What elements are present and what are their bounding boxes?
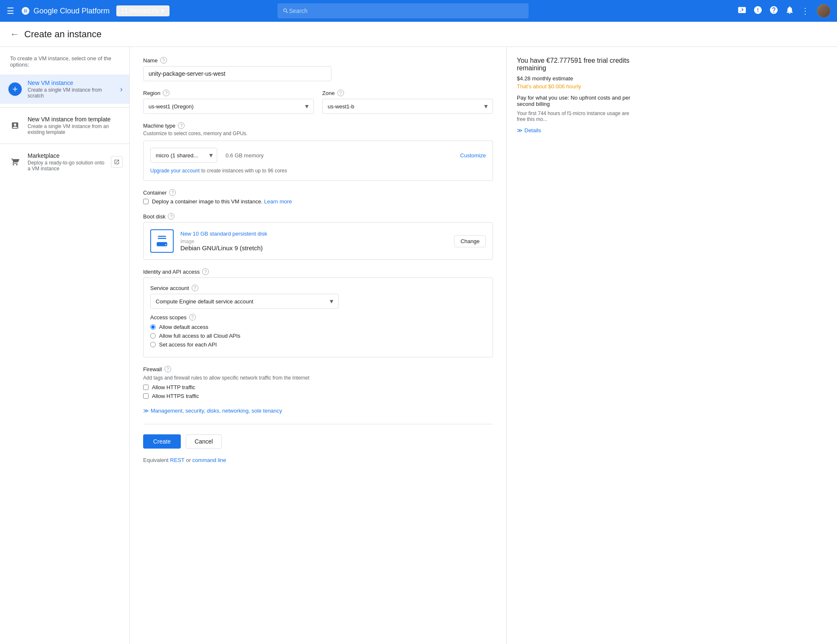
scope-full-radio[interactable] (150, 333, 156, 339)
top-navigation: ☰ Google Cloud Platform PROJECTS ▼ ⋮ (0, 0, 837, 22)
marketplace-desc: Deploy a ready-to-go solution onto a VM … (28, 160, 105, 172)
chevron-down-double-icon: ≫ (143, 408, 149, 414)
new-vm-desc: Create a single VM instance from scratch (28, 87, 114, 99)
scope-default-radio[interactable] (150, 324, 156, 330)
user-avatar[interactable] (817, 4, 830, 18)
marketplace-title: Marketplace (28, 152, 105, 159)
identity-help-icon[interactable]: ? (202, 268, 209, 275)
https-label: Allow HTTPS traffic (152, 393, 199, 399)
machine-type-desc: Customize to select cores, memory and GP… (143, 131, 493, 136)
firewall-help-icon[interactable]: ? (164, 366, 171, 372)
main-layout: To create a VM instance, select one of t… (0, 47, 837, 644)
sidebar-item-marketplace[interactable]: Marketplace Deploy a ready-to-go solutio… (0, 147, 129, 177)
access-scopes-help-icon[interactable]: ? (189, 314, 196, 321)
svg-point-4 (125, 12, 127, 13)
service-account-label: Service account ? (150, 285, 486, 291)
http-checkbox[interactable] (143, 385, 149, 390)
region-select[interactable]: us-west1 (Oregon) us-central1 (Iowa) us-… (143, 99, 314, 114)
scope-custom-radio[interactable] (150, 342, 156, 347)
machine-type-row: micro (1 shared... small (1 shared...) n… (150, 148, 486, 163)
details-link[interactable]: ≫ Details (517, 127, 630, 133)
disk-image-label: Image (180, 239, 447, 244)
cart-icon (11, 158, 19, 166)
container-help-icon[interactable]: ? (169, 189, 176, 196)
hamburger-menu[interactable]: ☰ (7, 6, 14, 16)
region-label: Region ? (143, 90, 314, 96)
back-button[interactable]: ← (10, 29, 19, 40)
page-title: Create an instance (24, 29, 102, 40)
error-icon[interactable] (753, 5, 763, 17)
https-checkbox-row: Allow HTTPS traffic (143, 393, 493, 399)
help-icon[interactable] (769, 5, 778, 17)
sidebar-hint: To create a VM instance, select one of t… (0, 55, 129, 74)
action-row: Create Cancel (143, 434, 493, 449)
brand-title: Google Cloud Platform (21, 6, 110, 15)
upgrade-link[interactable]: Upgrade your account (150, 168, 200, 174)
identity-box: Service account ? Compute Engine default… (143, 277, 493, 357)
name-section: Name ? (143, 57, 493, 81)
region-select-wrap: us-west1 (Oregon) us-central1 (Iowa) us-… (143, 99, 314, 114)
cost-monthly: $4.28 monthly estimate (517, 75, 630, 82)
upgrade-suffix: to create instances with up to 96 cores (201, 168, 287, 174)
new-vm-title: New VM instance (28, 80, 114, 86)
projects-button[interactable]: PROJECTS ▼ (116, 5, 169, 16)
search-bar[interactable] (277, 3, 529, 18)
plus-icon (11, 85, 19, 93)
marketplace-text: Marketplace Deploy a ready-to-go solutio… (28, 152, 105, 172)
zone-label: Zone ? (322, 90, 493, 96)
cloud-shell-icon[interactable] (737, 5, 747, 17)
customize-link[interactable]: Customize (460, 152, 486, 159)
sidebar-item-vm-template[interactable]: New VM instance from template Create a s… (0, 111, 129, 140)
rest-link[interactable]: REST (170, 457, 184, 463)
service-account-help-icon[interactable]: ? (192, 285, 198, 291)
name-label: Name ? (143, 57, 493, 64)
main-content: Name ? Region ? us-west1 (Oregon) us-cen… (130, 47, 506, 644)
rest-links: Equivalent REST or command line (143, 457, 493, 463)
chevron-right-icon: › (120, 85, 123, 94)
disk-image-name: Debian GNU/Linux 9 (stretch) (180, 244, 447, 251)
machine-type-select-wrap: micro (1 shared... small (1 shared...) n… (150, 148, 217, 163)
svg-point-3 (122, 12, 123, 13)
command-line-link[interactable]: command line (193, 457, 226, 463)
service-account-select[interactable]: Compute Engine default service account (150, 294, 339, 309)
container-learn-more-link[interactable]: Learn more (264, 198, 292, 205)
breadcrumb-bar: ← Create an instance (0, 22, 837, 47)
identity-section: Identity and API access ? Service accoun… (143, 268, 493, 357)
boot-disk-help-icon[interactable]: ? (168, 213, 175, 220)
machine-type-help-icon[interactable]: ? (178, 122, 185, 129)
sidebar-divider-1 (0, 107, 129, 108)
region-help-icon[interactable]: ? (163, 90, 169, 96)
http-label: Allow HTTP traffic (152, 384, 195, 390)
radio-default-access: Allow default access (150, 324, 486, 330)
zone-select[interactable]: us-west1-b us-west1-a us-west1-c (322, 99, 493, 114)
cost-panel: You have €72.777591 free trial credits r… (506, 47, 640, 644)
scope-default-label: Allow default access (159, 324, 208, 330)
upgrade-row: Upgrade your account to create instances… (150, 167, 486, 174)
new-vm-icon (8, 82, 22, 96)
vm-template-title: New VM instance from template (28, 116, 123, 123)
marketplace-external-icon (114, 159, 120, 165)
container-label: Container ? (143, 189, 493, 196)
disk-info: New 10 GB standard persistent disk Image… (180, 231, 447, 251)
container-checkbox[interactable] (143, 199, 149, 204)
create-button[interactable]: Create (143, 434, 181, 449)
container-section: Container ? Deploy a container image to … (143, 189, 493, 205)
cost-free-text: Your first 744 hours of f1-micro instanc… (517, 110, 630, 122)
search-icon (282, 8, 289, 14)
machine-type-label: Machine type ? (143, 122, 493, 129)
name-input[interactable] (143, 66, 331, 81)
cancel-button[interactable]: Cancel (186, 434, 222, 449)
search-input[interactable] (289, 8, 523, 14)
more-options-icon[interactable]: ⋮ (801, 6, 810, 16)
zone-help-icon[interactable]: ? (337, 90, 344, 96)
name-help-icon[interactable]: ? (160, 57, 167, 64)
sidebar-item-new-vm[interactable]: New VM instance Create a single VM insta… (0, 74, 129, 104)
machine-type-select[interactable]: micro (1 shared... small (1 shared...) n… (150, 148, 217, 163)
https-checkbox[interactable] (143, 393, 149, 399)
notifications-icon[interactable] (785, 5, 794, 17)
cost-hourly: That's about $0.006 hourly (517, 83, 630, 90)
region-zone-row: Region ? us-west1 (Oregon) us-central1 (… (143, 90, 493, 114)
management-link[interactable]: ≫ Management, security, disks, networkin… (143, 408, 493, 414)
marketplace-action-btn[interactable] (111, 156, 123, 168)
change-button[interactable]: Change (454, 235, 486, 247)
